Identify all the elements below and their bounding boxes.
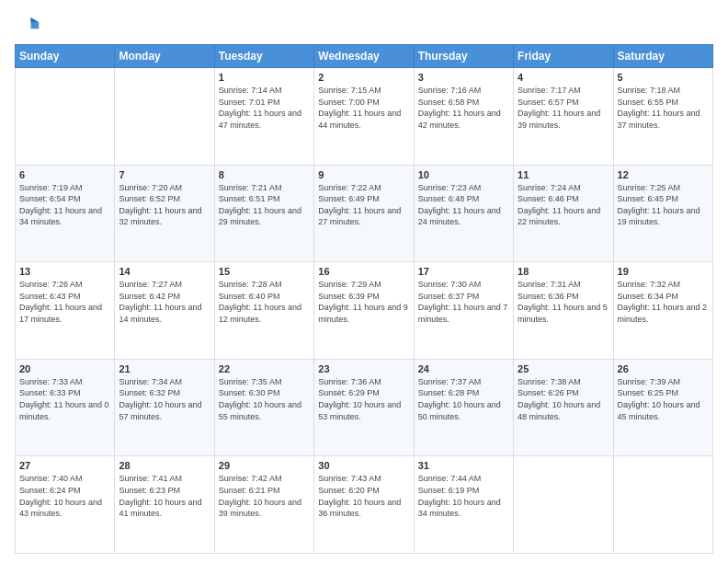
calendar-cell: 7Sunrise: 7:20 AMSunset: 6:52 PMDaylight… [115,165,214,262]
day-number: 15 [219,266,310,277]
calendar-cell: 19Sunrise: 7:32 AMSunset: 6:34 PMDayligh… [613,262,712,360]
calendar-cell: 17Sunrise: 7:30 AMSunset: 6:37 PMDayligh… [414,262,513,360]
day-info: Sunrise: 7:37 AMSunset: 6:28 PMDaylight:… [418,376,509,422]
day-number: 7 [119,169,210,180]
day-info: Sunrise: 7:31 AMSunset: 6:36 PMDaylight:… [518,279,609,325]
day-info: Sunrise: 7:38 AMSunset: 6:26 PMDaylight:… [518,376,609,422]
calendar-cell: 10Sunrise: 7:23 AMSunset: 6:48 PMDayligh… [414,165,513,262]
calendar-cell [16,68,115,166]
day-info: Sunrise: 7:40 AMSunset: 6:24 PMDaylight:… [19,473,110,519]
day-number: 21 [119,363,210,374]
calendar-cell: 26Sunrise: 7:39 AMSunset: 6:25 PMDayligh… [613,359,712,456]
weekday-friday: Friday [514,45,613,68]
day-info: Sunrise: 7:43 AMSunset: 6:20 PMDaylight:… [318,473,409,519]
calendar-cell: 30Sunrise: 7:43 AMSunset: 6:20 PMDayligh… [314,456,414,554]
day-info: Sunrise: 7:18 AMSunset: 6:55 PMDaylight:… [618,85,709,131]
day-info: Sunrise: 7:16 AMSunset: 6:58 PMDaylight:… [418,85,509,131]
day-info: Sunrise: 7:32 AMSunset: 6:34 PMDaylight:… [618,279,709,325]
day-number: 28 [119,460,210,471]
calendar-cell: 23Sunrise: 7:36 AMSunset: 6:29 PMDayligh… [314,359,414,456]
day-info: Sunrise: 7:34 AMSunset: 6:32 PMDaylight:… [119,376,210,422]
calendar-cell: 13Sunrise: 7:26 AMSunset: 6:43 PMDayligh… [16,262,115,360]
day-info: Sunrise: 7:17 AMSunset: 6:57 PMDaylight:… [518,85,609,131]
calendar-cell: 12Sunrise: 7:25 AMSunset: 6:45 PMDayligh… [613,165,712,262]
day-number: 27 [19,460,110,471]
day-number: 13 [19,266,110,277]
calendar-cell: 6Sunrise: 7:19 AMSunset: 6:54 PMDaylight… [16,165,115,262]
calendar-cell: 27Sunrise: 7:40 AMSunset: 6:24 PMDayligh… [16,456,115,554]
calendar-cell [613,456,712,554]
calendar-cell: 18Sunrise: 7:31 AMSunset: 6:36 PMDayligh… [514,262,613,360]
calendar-cell: 5Sunrise: 7:18 AMSunset: 6:55 PMDaylight… [613,68,712,166]
calendar-cell: 4Sunrise: 7:17 AMSunset: 6:57 PMDaylight… [514,68,613,166]
calendar-cell: 14Sunrise: 7:27 AMSunset: 6:42 PMDayligh… [115,262,214,360]
calendar-cell [115,68,214,166]
day-number: 11 [518,169,609,180]
header [15,11,713,37]
calendar-cell: 21Sunrise: 7:34 AMSunset: 6:32 PMDayligh… [115,359,214,456]
calendar-cell: 1Sunrise: 7:14 AMSunset: 7:01 PMDaylight… [214,68,313,166]
calendar-cell: 11Sunrise: 7:24 AMSunset: 6:46 PMDayligh… [514,165,613,262]
weekday-sunday: Sunday [16,45,115,68]
logo-icon [15,11,40,37]
day-number: 14 [119,266,210,277]
day-info: Sunrise: 7:19 AMSunset: 6:54 PMDaylight:… [19,182,110,228]
day-number: 4 [518,72,609,83]
calendar-cell: 24Sunrise: 7:37 AMSunset: 6:28 PMDayligh… [414,359,513,456]
day-info: Sunrise: 7:33 AMSunset: 6:33 PMDaylight:… [19,376,110,422]
logo [15,11,44,37]
weekday-thursday: Thursday [414,45,513,68]
calendar-cell: 8Sunrise: 7:21 AMSunset: 6:51 PMDaylight… [214,165,313,262]
day-number: 1 [219,72,310,83]
day-info: Sunrise: 7:14 AMSunset: 7:01 PMDaylight:… [219,85,310,131]
day-number: 3 [418,72,509,83]
day-number: 20 [19,363,110,374]
day-number: 24 [418,363,509,374]
day-info: Sunrise: 7:42 AMSunset: 6:21 PMDaylight:… [219,473,310,519]
day-info: Sunrise: 7:35 AMSunset: 6:30 PMDaylight:… [219,376,310,422]
day-number: 26 [618,363,709,374]
day-number: 16 [318,266,409,277]
week-row-4: 20Sunrise: 7:33 AMSunset: 6:33 PMDayligh… [16,359,713,456]
day-info: Sunrise: 7:15 AMSunset: 7:00 PMDaylight:… [318,85,409,131]
day-info: Sunrise: 7:26 AMSunset: 6:43 PMDaylight:… [19,279,110,325]
weekday-tuesday: Tuesday [214,45,313,68]
day-info: Sunrise: 7:30 AMSunset: 6:37 PMDaylight:… [418,279,509,325]
day-number: 5 [618,72,709,83]
day-number: 9 [318,169,409,180]
day-number: 25 [518,363,609,374]
day-number: 22 [219,363,310,374]
day-number: 29 [219,460,310,471]
calendar-cell: 20Sunrise: 7:33 AMSunset: 6:33 PMDayligh… [16,359,115,456]
calendar-cell: 28Sunrise: 7:41 AMSunset: 6:23 PMDayligh… [115,456,214,554]
weekday-header-row: SundayMondayTuesdayWednesdayThursdayFrid… [16,45,713,68]
day-number: 6 [19,169,110,180]
calendar-cell: 16Sunrise: 7:29 AMSunset: 6:39 PMDayligh… [314,262,414,360]
day-info: Sunrise: 7:21 AMSunset: 6:51 PMDaylight:… [219,182,310,228]
calendar-cell: 29Sunrise: 7:42 AMSunset: 6:21 PMDayligh… [214,456,313,554]
week-row-5: 27Sunrise: 7:40 AMSunset: 6:24 PMDayligh… [16,456,713,554]
calendar-cell: 2Sunrise: 7:15 AMSunset: 7:00 PMDaylight… [314,68,414,166]
day-info: Sunrise: 7:25 AMSunset: 6:45 PMDaylight:… [618,182,709,228]
week-row-1: 1Sunrise: 7:14 AMSunset: 7:01 PMDaylight… [16,68,713,166]
day-info: Sunrise: 7:29 AMSunset: 6:39 PMDaylight:… [318,279,409,325]
calendar-cell: 3Sunrise: 7:16 AMSunset: 6:58 PMDaylight… [414,68,513,166]
day-info: Sunrise: 7:24 AMSunset: 6:46 PMDaylight:… [518,182,609,228]
week-row-3: 13Sunrise: 7:26 AMSunset: 6:43 PMDayligh… [16,262,713,360]
day-number: 18 [518,266,609,277]
page: SundayMondayTuesdayWednesdayThursdayFrid… [0,0,728,563]
day-info: Sunrise: 7:36 AMSunset: 6:29 PMDaylight:… [318,376,409,422]
weekday-monday: Monday [115,45,214,68]
calendar-cell: 9Sunrise: 7:22 AMSunset: 6:49 PMDaylight… [314,165,414,262]
day-number: 10 [418,169,509,180]
day-number: 17 [418,266,509,277]
calendar-cell [514,456,613,554]
weekday-saturday: Saturday [613,45,712,68]
day-info: Sunrise: 7:41 AMSunset: 6:23 PMDaylight:… [119,473,210,519]
day-number: 12 [618,169,709,180]
day-info: Sunrise: 7:23 AMSunset: 6:48 PMDaylight:… [418,182,509,228]
day-number: 19 [618,266,709,277]
day-info: Sunrise: 7:20 AMSunset: 6:52 PMDaylight:… [119,182,210,228]
day-number: 30 [318,460,409,471]
calendar-cell: 15Sunrise: 7:28 AMSunset: 6:40 PMDayligh… [214,262,313,360]
